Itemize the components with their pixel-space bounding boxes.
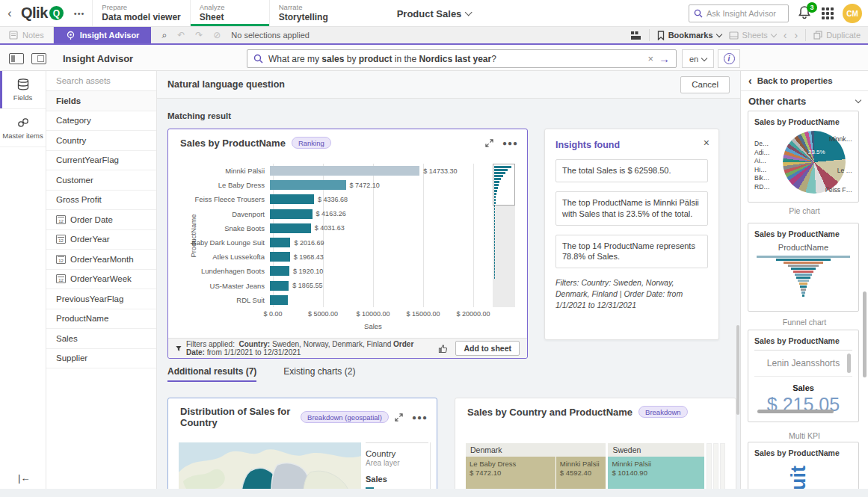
multi-kpi-card[interactable]: Sales by ProductName Lenin Jeansshorts S… <box>748 330 859 422</box>
tab-existing-charts-2-[interactable]: Existing charts (2) <box>283 366 355 382</box>
sheets-dropdown[interactable]: Sheets <box>729 31 776 40</box>
tab-additional-results-7-[interactable]: Additional results (7) <box>167 366 256 382</box>
field-item-supplier[interactable]: Supplier <box>46 349 156 369</box>
map-card-header: Distribution of Sales for Country Breakd… <box>180 406 428 428</box>
search-assets-input[interactable]: Search assets <box>46 71 156 91</box>
notes-tab[interactable]: Notes <box>0 27 54 43</box>
bar-value-label: $ 7472.10 <box>350 182 380 189</box>
nav-tab-sheet[interactable]: AnalyzeSheet <box>190 0 269 26</box>
insight-item[interactable]: The top ProductName is Minnki Pälsii wit… <box>555 191 708 226</box>
field-item-order-date[interactable]: 12Order Date <box>46 210 156 230</box>
insight-item[interactable]: The total Sales is $ 62598.50. <box>555 159 708 182</box>
nav-tab-storytelling[interactable]: NarrateStorytelling <box>269 0 348 26</box>
bar[interactable] <box>270 238 290 247</box>
result-chart-card[interactable]: Sales by ProductName Ranking ●●● Product… <box>167 129 528 359</box>
toggle-left-panel-icon[interactable] <box>9 53 24 64</box>
info-button[interactable]: i <box>718 49 740 68</box>
toggle-right-panel-icon[interactable] <box>31 53 46 64</box>
step-forward-icon[interactable]: ↷ <box>195 30 203 40</box>
field-item-sales[interactable]: Sales <box>46 329 156 349</box>
bar-chart-plot[interactable]: Minnki Pälsii$ 14733.30Le Baby Dress$ 74… <box>182 164 473 307</box>
bookmarks-dropdown[interactable]: Bookmarks <box>657 31 721 40</box>
insights-list: The total Sales is $ 62598.50.The top Pr… <box>555 159 708 268</box>
thumbs-up-icon[interactable] <box>438 344 448 354</box>
clear-selections-icon[interactable]: ⊘ <box>213 30 221 40</box>
submit-query-icon[interactable]: → <box>659 52 670 65</box>
close-icon[interactable]: × <box>704 137 710 149</box>
notifications-button[interactable]: 3 <box>798 5 813 22</box>
rail-item-master-items[interactable]: Master items <box>0 109 46 147</box>
nav-tab-data-model-viewer[interactable]: PrepareData model viewer <box>92 0 189 26</box>
field-item-orderyearweek[interactable]: 12OrderYearWeek <box>46 270 156 290</box>
field-item-orderyear[interactable]: 12OrderYear <box>46 230 156 250</box>
bar[interactable] <box>270 166 419 176</box>
sheet-grid-icon[interactable] <box>630 31 641 40</box>
global-search-input[interactable]: Ask Insight Advisor <box>689 4 789 22</box>
collapse-panel-icon[interactable]: |← <box>18 472 30 484</box>
bar-row[interactable]: Minnki Pälsii$ 14733.30 <box>182 164 473 178</box>
field-item-productname[interactable]: ProductName <box>46 309 156 330</box>
app-title-dropdown[interactable]: Product Sales <box>397 0 472 27</box>
other-charts-header[interactable]: Other charts <box>741 91 868 111</box>
rail-item-fields[interactable]: Fields <box>0 71 46 109</box>
bar[interactable] <box>270 266 289 276</box>
expand-icon[interactable] <box>395 413 403 422</box>
breakdown-badge: Breakdown <box>638 406 688 418</box>
prev-sheet-button[interactable]: ‹ <box>784 29 787 41</box>
more-options-icon[interactable]: ●●● <box>502 139 518 147</box>
main-scrollbar[interactable] <box>736 325 739 415</box>
more-menu-icon[interactable]: ••• <box>67 0 93 26</box>
kpi-horizontal-scrollbar[interactable] <box>757 410 834 413</box>
pie-center-label: 23.5% <box>808 149 825 155</box>
chart-minimap[interactable] <box>493 164 515 307</box>
duplicate-button[interactable]: Duplicate <box>813 31 861 40</box>
clear-query-icon[interactable]: × <box>647 53 653 64</box>
treemap-chart-card[interactable]: Sales by Country and ProductName Breakdo… <box>455 398 736 497</box>
cancel-button[interactable]: Cancel <box>680 76 730 93</box>
field-item-country[interactable]: Country <box>46 131 156 151</box>
bar-row[interactable]: Snake Boots$ 4031.63 <box>182 221 473 235</box>
bar-row[interactable]: RDL Suit <box>182 293 473 307</box>
back-to-properties-button[interactable]: ‹ Back to properties <box>741 71 868 91</box>
bar-row[interactable]: Le Baby Dress$ 7472.10 <box>182 178 473 192</box>
bar-row[interactable]: Davenport$ 4163.26 <box>182 207 473 221</box>
smart-search-icon[interactable]: ⌕ <box>161 30 167 40</box>
bar-row[interactable]: Feiss Fleece Trousers$ 4336.68 <box>182 192 473 206</box>
field-item-gross-profit[interactable]: Gross Profit <box>46 191 156 211</box>
more-options-icon[interactable]: ●●● <box>412 413 428 422</box>
next-sheet-button[interactable]: › <box>794 29 798 41</box>
bar-row[interactable]: Lundenhagen Boots$ 1920.10 <box>182 264 473 278</box>
pie-chart-card[interactable]: Sales by ProductName 23.5% De…Adi…Ai…Hi…… <box>748 111 859 203</box>
assets-panel: Search assets Fields CategoryCountryCurr… <box>46 71 157 489</box>
map-chart-card[interactable]: Distribution of Sales for Country Breakd… <box>167 398 437 497</box>
back-button[interactable]: ‹ <box>0 0 19 26</box>
bar[interactable] <box>270 252 290 262</box>
user-avatar[interactable]: CM <box>843 4 862 23</box>
step-back-icon[interactable]: ↶ <box>177 30 185 40</box>
funnel-chart-card[interactable]: Sales by ProductName ProductName <box>748 223 859 312</box>
language-selector[interactable]: en <box>682 49 714 68</box>
bar-row[interactable]: Atles Lussekofta$ 1968.43 <box>182 250 473 264</box>
field-item-category[interactable]: Category <box>46 111 156 132</box>
nlq-search-input[interactable]: What are my sales by product in the Nord… <box>247 49 677 68</box>
insight-advisor-tab[interactable]: Insight Advisor <box>54 27 152 43</box>
bar[interactable] <box>270 295 288 305</box>
bar[interactable] <box>270 194 314 204</box>
insight-item[interactable]: The top 14 ProductName represents 78.8% … <box>555 235 708 269</box>
bar-row[interactable]: Baby Dark Lounge Suit$ 2016.69 <box>182 235 473 250</box>
add-to-sheet-button[interactable]: Add to sheet <box>455 341 520 356</box>
field-item-orderyearmonth[interactable]: 12OrderYearMonth <box>46 250 156 270</box>
expand-icon[interactable] <box>485 139 493 147</box>
kpi-vertical-scrollbar[interactable] <box>847 354 851 373</box>
wordcloud-card-title: Sales by ProductName <box>754 448 852 457</box>
app-launcher-icon[interactable] <box>822 7 834 19</box>
bar[interactable] <box>270 209 313 219</box>
field-item-previousyearflag[interactable]: PreviousYearFlag <box>46 289 156 309</box>
bar[interactable] <box>270 223 311 233</box>
bar-row[interactable]: US-Master Jeans$ 1865.55 <box>182 279 473 293</box>
field-item-currentyearflag[interactable]: CurrentYearFlag <box>46 151 156 171</box>
bar[interactable] <box>270 180 346 190</box>
field-item-customer[interactable]: Customer <box>46 170 156 191</box>
bar[interactable] <box>270 281 289 291</box>
right-panel-scrollbar[interactable] <box>863 291 867 377</box>
